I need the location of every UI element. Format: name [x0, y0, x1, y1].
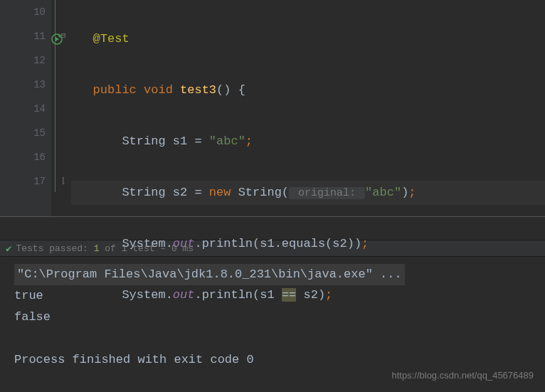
line-number: 13 [0, 73, 46, 97]
code-line-11: public void test3() { [71, 78, 545, 102]
operator-highlight: == [282, 288, 296, 302]
code-editor[interactable]: 10 11 12 13 14 15 16 17 ⊟ ⌊ @Test public… [0, 0, 545, 217]
parameter-hint: original: [289, 187, 365, 199]
check-icon: ✔ [6, 243, 11, 255]
annotation: @Test [93, 32, 129, 46]
line-number: 11 [0, 24, 46, 48]
code-line-17: } [71, 386, 545, 392]
line-number: 14 [0, 97, 46, 121]
line-number: 16 [0, 145, 46, 169]
code-line-10: @Test [71, 27, 545, 51]
watermark: https://blog.csdn.net/qq_45676489 [392, 370, 534, 381]
method-name: test3 [180, 83, 216, 97]
code-line-14: System.out.println(s1.equals(s2)); [71, 232, 545, 256]
line-number: 17 [0, 169, 46, 194]
code-line-13: String s2 = new String( original: "abc")… [71, 181, 545, 205]
code-area[interactable]: @Test public void test3() { String s1 = … [51, 0, 545, 216]
code-line-15: System.out.println(s1 == s2); [71, 283, 545, 307]
line-number-gutter: 10 11 12 13 14 15 16 17 [0, 0, 51, 216]
line-number: 10 [0, 0, 46, 24]
line-number: 12 [0, 48, 46, 73]
line-number: 15 [0, 121, 46, 145]
code-line-16 [71, 334, 545, 359]
code-line-12: String s1 = "abc"; [71, 129, 545, 154]
